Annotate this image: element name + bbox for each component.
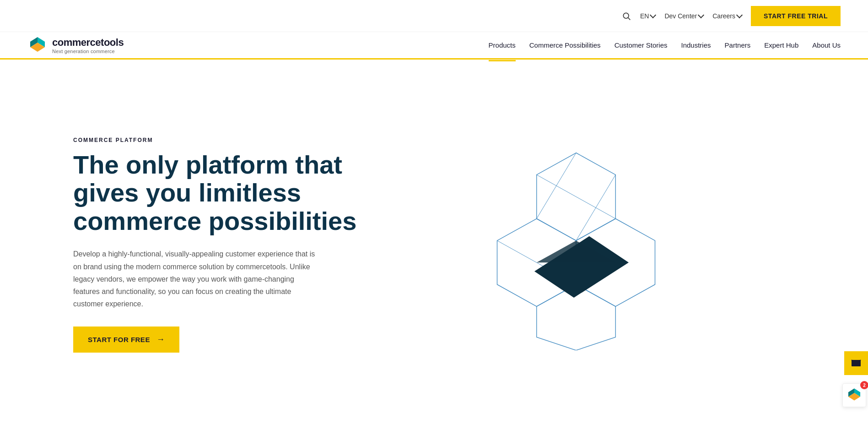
language-selector[interactable]: EN (640, 12, 655, 20)
hero-headline: The only platform that gives you limitle… (73, 151, 357, 235)
nav-expert-hub[interactable]: Expert Hub (764, 39, 798, 51)
logo[interactable]: commercetools Next generation commerce (27, 35, 124, 55)
main-navigation: commercetools Next generation commerce P… (0, 32, 868, 60)
logo-tagline: Next generation commerce (52, 49, 124, 54)
nav-commerce-possibilities[interactable]: Commerce Possibilities (529, 39, 601, 51)
chevron-down-icon (698, 12, 704, 18)
top-bar: EN Dev Center Careers START FREE TRIAL (0, 0, 868, 32)
hero-section: COMMERCE PLATFORM The only platform that… (0, 60, 868, 430)
nav-customer-stories[interactable]: Customer Stories (615, 39, 668, 51)
float-logo-badge: 2 (860, 381, 868, 389)
nav-products[interactable]: Products (489, 39, 516, 51)
email-icon (851, 358, 862, 369)
logo-icon (27, 35, 48, 55)
careers-button[interactable]: Careers (712, 12, 742, 20)
start-for-free-button[interactable]: START FOR FREE → (73, 327, 179, 353)
float-logo-icon (846, 387, 863, 403)
search-button[interactable] (622, 11, 631, 21)
hero-hexagons-illustration (466, 140, 686, 350)
nav-about-us[interactable]: About Us (812, 39, 841, 51)
dev-center-button[interactable]: Dev Center (664, 12, 703, 20)
svg-line-1 (628, 17, 631, 20)
svg-line-6 (536, 174, 615, 218)
logo-name: commercetools (52, 37, 124, 49)
chevron-down-icon (650, 12, 656, 18)
float-email-button[interactable] (844, 351, 868, 375)
svg-point-0 (623, 13, 629, 18)
hero-content: COMMERCE PLATFORM The only platform that… (73, 137, 357, 353)
nav-industries[interactable]: Industries (681, 39, 711, 51)
nav-partners[interactable]: Partners (725, 39, 751, 51)
arrow-right-icon: → (156, 335, 165, 344)
svg-line-7 (576, 174, 615, 240)
top-bar-actions: EN Dev Center Careers START FREE TRIAL (622, 6, 841, 26)
nav-links: Products Commerce Possibilities Customer… (489, 39, 841, 51)
start-free-trial-button[interactable]: START FREE TRIAL (751, 6, 841, 26)
hero-description: Develop a highly-functional, visually-ap… (73, 248, 320, 310)
logo-text: commercetools Next generation commerce (52, 37, 124, 54)
float-logo-button[interactable]: 2 (842, 383, 866, 407)
hero-eyebrow: COMMERCE PLATFORM (73, 137, 357, 143)
search-icon (622, 11, 631, 21)
hero-visual (357, 140, 795, 350)
svg-line-8 (536, 152, 576, 218)
chevron-down-icon (736, 12, 743, 18)
